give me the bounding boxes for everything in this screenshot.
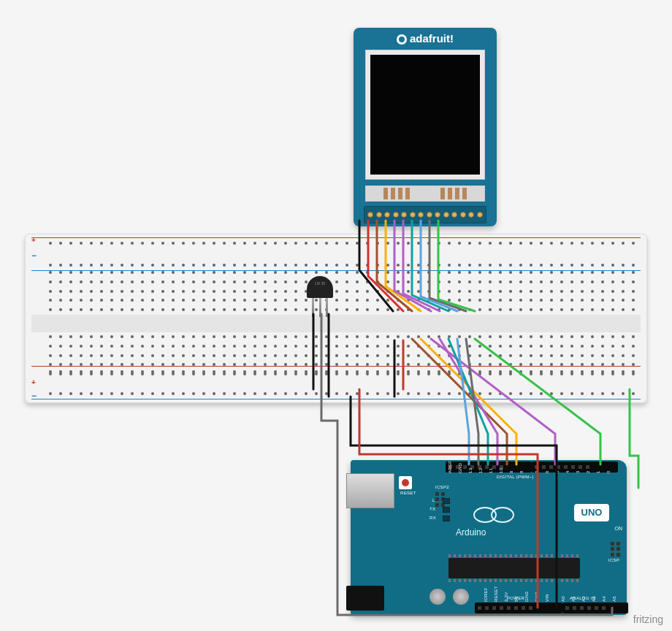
digital-label: DIGITAL (PWM~) xyxy=(497,475,534,479)
tft-screen xyxy=(370,55,480,175)
fritzing-diagram: + − + − adafruit! LM 35 xyxy=(0,0,672,631)
led-block xyxy=(443,498,450,521)
pin-label-12: 12 xyxy=(478,468,483,473)
pin-label-ioref: IOREF xyxy=(484,587,488,602)
pin-label-d6: 6 xyxy=(545,470,549,473)
lm35-temperature-sensor: LM 35 xyxy=(307,276,333,316)
barrel-jack xyxy=(346,586,384,611)
pin-label-vin: VIN xyxy=(545,594,549,602)
board-name: Arduino xyxy=(456,527,486,538)
arduino-uno: RESET ICSP2 L TX RX UNO Arduino ON ICSP … xyxy=(351,460,627,615)
pin-label-a1: A1 xyxy=(571,596,576,602)
led-tx: TX xyxy=(429,507,435,511)
pin-label-d1: 1 xyxy=(596,470,600,473)
led-rx: RX xyxy=(429,516,436,520)
tft-flex-connector xyxy=(365,186,485,202)
pin-label-a5: A5 xyxy=(612,596,616,602)
reset-label: RESET xyxy=(400,491,416,495)
pin-label-d7: 7 xyxy=(535,470,539,473)
wire-3v3 xyxy=(630,389,638,488)
center-channel xyxy=(31,315,641,332)
pin-label-gnd: GND xyxy=(524,592,529,602)
pin-label-d2: 2 xyxy=(586,470,590,473)
tft-screen-bezel xyxy=(365,50,485,180)
pin-label-8: 8 xyxy=(519,470,524,473)
rail-plus-bottom: + xyxy=(31,378,36,386)
arduino-logo-icon xyxy=(473,507,497,523)
pin-label-a3: A3 xyxy=(592,596,596,602)
uno-badge: UNO xyxy=(574,504,609,521)
pin-label-aref: AREF xyxy=(448,461,452,473)
pin-label-10: 10 xyxy=(499,468,503,473)
analog-header xyxy=(562,603,628,613)
pin-label-d5: 5 xyxy=(555,470,560,473)
icsp-header xyxy=(611,542,621,557)
rail-minus-bottom: − xyxy=(31,391,37,401)
icsp-label: ICSP xyxy=(608,558,619,562)
adafruit-flower-icon xyxy=(397,34,407,45)
pin-label-d0: 0 xyxy=(606,470,611,473)
led-l: L xyxy=(432,498,435,502)
sensor-label: LM 35 xyxy=(307,276,333,286)
pin-label-d3: 3 xyxy=(576,470,580,473)
pin-label-11: 11 xyxy=(489,468,493,473)
pin-label-gnd: GND xyxy=(458,463,462,473)
capacitors xyxy=(429,589,469,605)
pin-label-a2: A2 xyxy=(581,596,586,602)
breadboard: + − + − xyxy=(25,234,647,403)
sensor-body: LM 35 xyxy=(307,276,333,298)
on-led-label: ON xyxy=(615,526,623,531)
adafruit-tft-display: adafruit! xyxy=(354,28,497,226)
icsp2-label: ICSP2 xyxy=(435,485,449,489)
top-rail xyxy=(31,239,641,269)
pin-label-d4: 4 xyxy=(565,470,570,473)
pin-label-gnd: GND xyxy=(535,592,539,602)
tft-pin-header xyxy=(364,206,486,223)
attribution: fritzing xyxy=(633,613,663,625)
atmega-chip xyxy=(448,558,580,578)
pin-label-5v: 5V xyxy=(514,596,519,602)
pin-label-reset: RESET xyxy=(494,586,498,602)
pin-label-3.3v: 3.3V xyxy=(504,592,508,602)
reset-button xyxy=(399,476,412,489)
power-header xyxy=(475,603,562,613)
pin-label-9: 9 xyxy=(509,470,513,473)
pin-label-13: 13 xyxy=(468,468,473,473)
field-top xyxy=(31,271,641,311)
pin-label-a0: A0 xyxy=(561,596,565,602)
bottom-rail xyxy=(31,367,641,398)
tft-brand: adafruit! xyxy=(354,32,497,45)
usb-port xyxy=(346,473,394,508)
sensor-legs xyxy=(307,298,333,317)
pin-label-a4: A4 xyxy=(602,596,606,602)
